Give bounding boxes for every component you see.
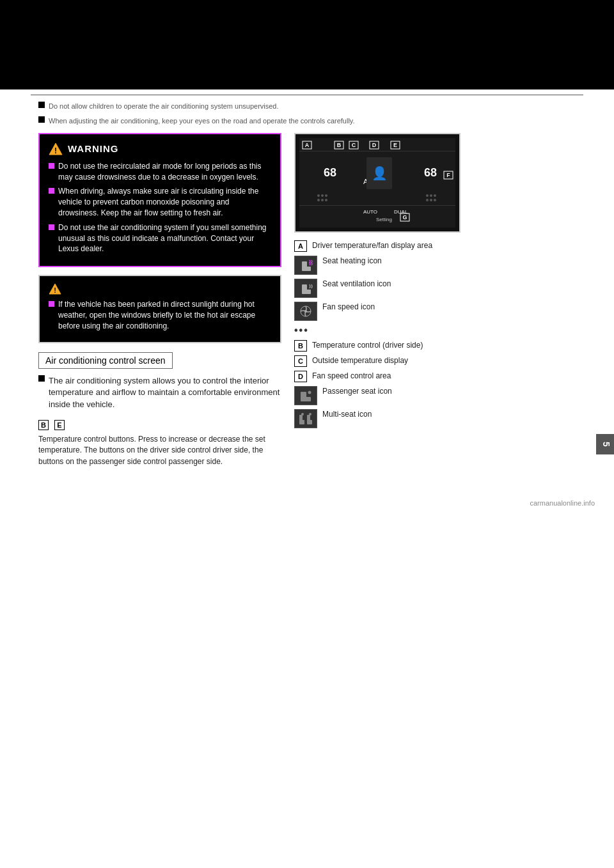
right-column: 68 68 AUTO DUAL AUTO Setting <box>294 133 576 467</box>
svg-text:F: F <box>446 172 450 178</box>
right-item-dots: ••• <box>294 325 576 336</box>
right-text-seat2: Seat ventilation icon <box>322 279 391 290</box>
caution-header: ! <box>49 283 271 295</box>
caution-bullet-sq-1 <box>49 301 54 307</box>
page: Do not allow children to operate the air… <box>0 0 614 868</box>
svg-text:E: E <box>393 142 397 148</box>
svg-text:AUTO: AUTO <box>363 209 377 215</box>
ac-screen-image: 68 68 AUTO DUAL AUTO Setting <box>294 133 460 233</box>
svg-text:!: ! <box>54 286 56 294</box>
svg-point-30 <box>321 194 324 197</box>
right-item-seat-low: Passenger seat icon <box>294 386 576 405</box>
top-bullet-1-text: Do not allow children to operate the air… <box>49 102 576 111</box>
svg-text:👤: 👤 <box>372 166 388 181</box>
top-bar <box>0 0 614 89</box>
warning-bullet-3: Do not use the air conditioning system i… <box>49 222 271 254</box>
caution-text-1: If the vehicle has been parked in direct… <box>58 299 271 331</box>
right-text-b: Temperature control (driver side) <box>312 340 423 351</box>
warning-text-1: Do not use the recirculated air mode for… <box>58 161 271 183</box>
bottom-bar: carmanualonline.info <box>0 493 614 513</box>
right-item-seat2: Seat ventilation icon <box>294 279 576 298</box>
ac-label-box: Air conditioning control screen <box>38 352 173 369</box>
right-text-seat-multi: Multi-seat icon <box>322 409 372 420</box>
svg-rect-43 <box>302 261 307 268</box>
label-d-right-box: D <box>294 371 307 382</box>
dots-icon: ••• <box>294 325 309 336</box>
section-bullet-row: The air conditioning system allows you t… <box>38 375 281 412</box>
svg-point-33 <box>321 199 324 201</box>
svg-point-37 <box>434 194 436 197</box>
right-item-b: B Temperature control (driver side) <box>294 340 576 352</box>
svg-point-29 <box>317 194 320 197</box>
warning-text-3: Do not use the air conditioning system i… <box>58 222 271 254</box>
svg-text:D: D <box>372 142 377 148</box>
svg-text:68: 68 <box>324 166 336 179</box>
svg-point-39 <box>430 199 432 201</box>
label-a-box: A <box>294 240 307 252</box>
svg-point-60 <box>309 413 311 415</box>
warning-bullet-1: Do not use the recirculated air mode for… <box>49 161 271 183</box>
label-b-right-box: B <box>294 340 307 352</box>
right-text-seat-low: Passenger seat icon <box>322 386 392 397</box>
two-col-layout: ! WARNING Do not use the recirculated ai… <box>38 133 576 467</box>
page-number: 5 <box>601 442 611 447</box>
main-content: Do not allow children to operate the air… <box>0 95 614 480</box>
svg-point-40 <box>434 199 436 201</box>
right-item-seat-multi: Multi-seat icon <box>294 409 576 428</box>
ac-label-text: Air conditioning control screen <box>45 355 166 366</box>
left-column: ! WARNING Do not use the recirculated ai… <box>38 133 281 467</box>
be-text: Temperature control buttons. Press to in… <box>38 434 281 467</box>
fan-icon-box <box>294 302 317 321</box>
bullet-square-icon <box>38 102 45 108</box>
right-item-seat1: Seat heating icon <box>294 256 576 275</box>
label-e-box: E <box>54 420 65 430</box>
svg-text:!: ! <box>54 146 57 155</box>
right-text-a: Driver temperature/fan display area <box>312 240 432 251</box>
right-text-seat1: Seat heating icon <box>322 256 382 267</box>
warning-title: WARNING <box>68 143 119 154</box>
caution-triangle-icon: ! <box>49 283 61 295</box>
top-bullet-1: Do not allow children to operate the air… <box>38 102 576 111</box>
be-labels: B E <box>38 420 281 430</box>
svg-text:A: A <box>305 142 310 148</box>
svg-rect-5 <box>299 151 455 151</box>
caution-box: ! If the vehicle has been parked in dire… <box>38 275 281 343</box>
seat-heat-icon-2 <box>294 279 317 298</box>
svg-point-38 <box>426 199 429 201</box>
section-be-area: B E Temperature control buttons. Press t… <box>38 420 281 467</box>
svg-point-53 <box>308 391 311 394</box>
label-b-box: B <box>38 420 49 430</box>
top-bullet-2: When adjusting the air conditioning, kee… <box>38 116 576 126</box>
right-item-fan: Fan speed icon <box>294 302 576 321</box>
warning-header: ! WARNING <box>49 142 271 156</box>
svg-point-32 <box>317 199 320 201</box>
svg-rect-59 <box>307 415 310 421</box>
svg-text:G: G <box>402 214 407 221</box>
seat-heat-icon-1 <box>294 256 317 275</box>
svg-text:C: C <box>352 142 356 148</box>
warning-bullet-2: When driving, always make sure air is ci… <box>49 186 271 218</box>
svg-rect-52 <box>301 392 306 398</box>
label-c-right-box: C <box>294 355 307 367</box>
svg-text:Setting: Setting <box>376 217 392 222</box>
top-bullet-2-text: When adjusting the air conditioning, kee… <box>49 116 576 126</box>
seat-low-icon <box>294 386 317 405</box>
caution-bullet-1: If the vehicle has been parked in direct… <box>49 299 271 331</box>
warning-bullet-sq-1 <box>49 163 54 169</box>
svg-point-57 <box>301 413 304 415</box>
svg-point-34 <box>325 199 327 201</box>
svg-text:B: B <box>337 142 342 148</box>
svg-text:68: 68 <box>424 166 437 179</box>
seat-multi-icon <box>294 409 317 428</box>
warning-bullet-sq-3 <box>49 224 54 230</box>
bullet-square-icon-2 <box>38 116 45 123</box>
warning-text-2: When driving, always make sure air is ci… <box>58 186 271 218</box>
section-bullet-sq <box>38 375 45 382</box>
section-bullet-text: The air conditioning system allows you t… <box>49 375 281 412</box>
svg-point-31 <box>325 194 327 197</box>
svg-point-36 <box>430 194 432 197</box>
svg-rect-46 <box>302 284 307 291</box>
watermark-text: carmanualonline.info <box>530 499 595 507</box>
right-item-d: D Fan speed control area <box>294 371 576 382</box>
right-text-fan: Fan speed icon <box>322 302 375 313</box>
